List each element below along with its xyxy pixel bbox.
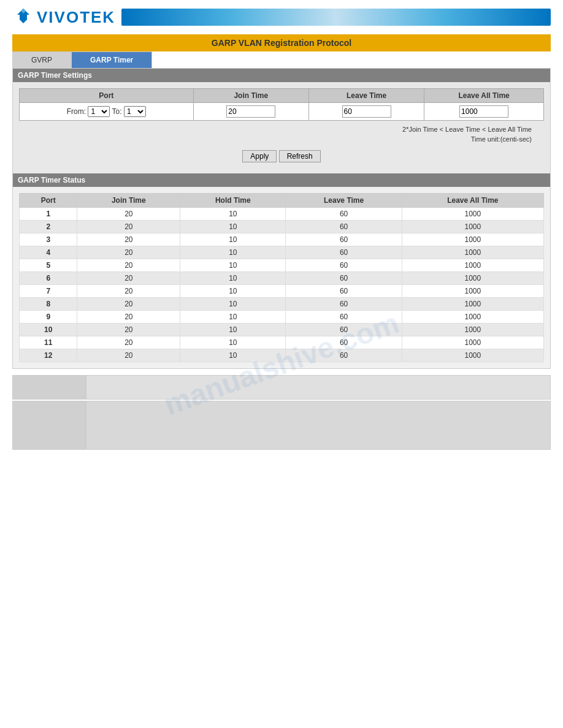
join-time-input[interactable]: 20 (226, 105, 275, 118)
header-bar (121, 9, 551, 26)
from-port-select[interactable]: 1234 5678 9101112 (88, 106, 110, 117)
cell-port: 8 (20, 298, 77, 311)
settings-row: From: 1234 5678 9101112 To: 1234 5678 91… (20, 103, 544, 121)
bottom-row-2 (12, 401, 551, 450)
bottom-row-1 (12, 375, 551, 400)
tabs-container: GVRP GARP Timer (12, 51, 551, 68)
cell-join-time: 20 (77, 259, 180, 272)
bottom-label-1 (12, 375, 86, 400)
cell-leave-time: 60 (286, 349, 402, 362)
main-content: GARP Timer Settings Port Join Time Leave… (12, 68, 551, 369)
cell-port: 4 (20, 246, 77, 259)
button-row: Apply Refresh (19, 145, 544, 167)
cell-join-time: 20 (77, 221, 180, 233)
table-row: 6 20 10 60 1000 (20, 272, 544, 285)
cell-leave-all-time: 1000 (402, 349, 543, 362)
col-leave-time: Leave Time (308, 89, 424, 103)
cell-leave-time: 60 (286, 298, 402, 311)
table-row: 9 20 10 60 1000 (20, 311, 544, 324)
cell-hold-time: 10 (180, 208, 286, 221)
status-col-port: Port (20, 194, 77, 208)
settings-section-header: GARP Timer Settings (13, 69, 550, 82)
settings-table: Port Join Time Leave Time Leave All Time… (19, 88, 544, 121)
cell-hold-time: 10 (180, 221, 286, 233)
page-title: GARP VLAN Registration Protocol (12, 34, 551, 51)
header: VIVOTEK (0, 0, 563, 34)
table-row: 7 20 10 60 1000 (20, 285, 544, 298)
cell-hold-time: 10 (180, 285, 286, 298)
cell-port: 11 (20, 336, 77, 349)
constraint-line1: 2*Join Time < Leave Time < Leave All Tim… (19, 126, 544, 133)
cell-port: 6 (20, 272, 77, 285)
tab-gvrp[interactable]: GVRP (12, 51, 71, 68)
table-row: 12 20 10 60 1000 (20, 349, 544, 362)
settings-area: Port Join Time Leave Time Leave All Time… (13, 82, 550, 173)
cell-port: 7 (20, 285, 77, 298)
bottom-section (12, 375, 551, 450)
status-col-hold-time: Hold Time (180, 194, 286, 208)
cell-join-time: 20 (77, 349, 180, 362)
cell-leave-time: 60 (286, 336, 402, 349)
cell-hold-time: 10 (180, 272, 286, 285)
refresh-button[interactable]: Refresh (279, 150, 321, 162)
leave-time-input[interactable]: 60 (342, 105, 391, 118)
to-port-select[interactable]: 1234 5678 9101112 (124, 106, 146, 117)
status-table: Port Join Time Hold Time Leave Time Leav… (19, 193, 544, 362)
cell-join-time: 20 (77, 272, 180, 285)
to-label: To: (112, 107, 122, 116)
cell-hold-time: 10 (180, 259, 286, 272)
cell-port: 10 (20, 324, 77, 336)
status-col-join-time: Join Time (77, 194, 180, 208)
table-row: 11 20 10 60 1000 (20, 336, 544, 349)
cell-leave-all-time: 1000 (402, 311, 543, 324)
cell-leave-all-time: 1000 (402, 336, 543, 349)
leave-all-time-cell: 1000 (424, 103, 544, 121)
cell-leave-time: 60 (286, 259, 402, 272)
cell-hold-time: 10 (180, 311, 286, 324)
cell-hold-time: 10 (180, 349, 286, 362)
logo-text: VIVOTEK (37, 8, 115, 27)
from-label: From: (67, 107, 86, 116)
logo: VIVOTEK (12, 6, 115, 28)
table-row: 8 20 10 60 1000 (20, 298, 544, 311)
cell-hold-time: 10 (180, 246, 286, 259)
cell-join-time: 20 (77, 233, 180, 246)
bottom-value-2 (86, 401, 551, 450)
status-col-leave-all-time: Leave All Time (402, 194, 543, 208)
bottom-value-1 (86, 375, 551, 400)
cell-leave-all-time: 1000 (402, 208, 543, 221)
cell-port: 2 (20, 221, 77, 233)
cell-leave-all-time: 1000 (402, 298, 543, 311)
cell-hold-time: 10 (180, 324, 286, 336)
cell-hold-time: 10 (180, 298, 286, 311)
cell-port: 5 (20, 259, 77, 272)
cell-leave-all-time: 1000 (402, 272, 543, 285)
port-range-cell: From: 1234 5678 9101112 To: 1234 5678 91… (20, 103, 194, 121)
cell-join-time: 20 (77, 246, 180, 259)
cell-leave-time: 60 (286, 324, 402, 336)
col-join-time: Join Time (193, 89, 308, 103)
apply-button[interactable]: Apply (242, 150, 277, 162)
bottom-label-2 (12, 401, 86, 450)
cell-leave-all-time: 1000 (402, 285, 543, 298)
col-port: Port (20, 89, 194, 103)
cell-leave-all-time: 1000 (402, 246, 543, 259)
leave-all-time-input[interactable]: 1000 (459, 105, 508, 118)
cell-leave-all-time: 1000 (402, 221, 543, 233)
cell-join-time: 20 (77, 324, 180, 336)
vivotek-logo-icon (12, 6, 34, 28)
cell-leave-time: 60 (286, 272, 402, 285)
cell-leave-all-time: 1000 (402, 324, 543, 336)
status-area: Port Join Time Hold Time Leave Time Leav… (13, 187, 550, 368)
table-row: 1 20 10 60 1000 (20, 208, 544, 221)
cell-join-time: 20 (77, 298, 180, 311)
table-row: 2 20 10 60 1000 (20, 221, 544, 233)
cell-join-time: 20 (77, 336, 180, 349)
cell-hold-time: 10 (180, 336, 286, 349)
cell-port: 3 (20, 233, 77, 246)
cell-port: 12 (20, 349, 77, 362)
cell-leave-time: 60 (286, 208, 402, 221)
tab-garp-timer[interactable]: GARP Timer (71, 51, 152, 68)
cell-leave-time: 60 (286, 221, 402, 233)
leave-time-cell: 60 (308, 103, 424, 121)
